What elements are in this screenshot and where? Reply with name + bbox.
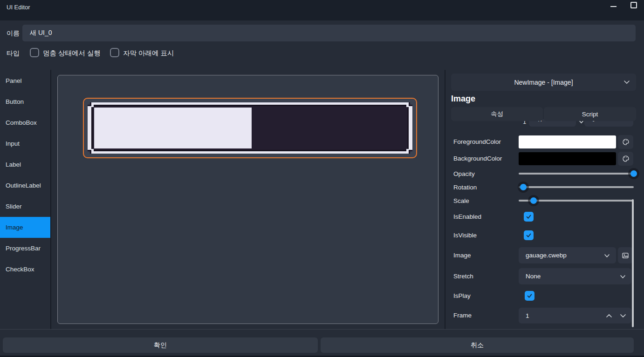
isvisible-checkbox[interactable] (524, 230, 534, 240)
opacity-label: Opacity (453, 170, 475, 177)
below-subtitle-label: 자막 아래에 표시 (123, 49, 174, 58)
cancel-button[interactable]: 취소 (321, 337, 634, 353)
chevron-down-icon (620, 275, 625, 278)
isenabled-label: IsEnabled (453, 213, 481, 220)
gauge-inner-corner-pixel (91, 149, 94, 151)
opacity-slider-thumb[interactable] (630, 170, 637, 177)
selected-image-element[interactable] (83, 98, 417, 158)
sidebar-item-slider[interactable]: Slider (0, 196, 50, 217)
spinner-down-icon[interactable] (620, 314, 626, 317)
foreground-color-label: ForegroundColor (453, 138, 501, 145)
isplay-label: IsPlay (453, 292, 471, 299)
check-icon (527, 293, 533, 299)
foreground-color-swatch[interactable] (519, 135, 616, 148)
foreground-color-picker-button[interactable] (618, 135, 633, 149)
isplay-checkbox[interactable] (525, 291, 534, 301)
frame-spinner[interactable]: 1 (519, 308, 631, 323)
background-color-swatch[interactable] (519, 152, 616, 165)
footer-divider (0, 329, 644, 330)
palette-icon (622, 155, 630, 162)
gauge-inner-corner-pixel (406, 105, 409, 107)
run-paused-label: 멈춤 상태에서 실행 (43, 49, 101, 58)
minimize-icon[interactable] (610, 6, 617, 7)
palette-icon (622, 138, 630, 146)
ok-button[interactable]: 확인 (3, 337, 318, 353)
sidebar-item-progressbar[interactable]: ProgressBar (0, 238, 50, 259)
background-color-label: BackgroundColor (453, 155, 502, 162)
run-paused-checkbox[interactable] (30, 48, 39, 57)
tab-properties[interactable]: 속성 (451, 107, 543, 121)
sidebar-item-checkbox[interactable]: CheckBox (0, 259, 50, 280)
image-dropdown-value: gauage.cwebp (526, 252, 567, 259)
sidebar-item-image[interactable]: Image (0, 217, 50, 238)
name-input[interactable] (22, 25, 636, 41)
sidebar-item-button[interactable]: Button (0, 91, 50, 112)
target-element-dropdown[interactable]: NewImage - [Image] (451, 74, 636, 91)
sidebar-divider (50, 70, 51, 329)
maximize-icon[interactable] (630, 2, 637, 8)
ui-editor-window: UI Editor 이름 타입 멈춤 상태에서 실행 자막 아래에 표시 Pan… (0, 0, 644, 357)
chevron-down-icon (604, 254, 610, 257)
titlebar: UI Editor (0, 0, 644, 20)
design-canvas[interactable] (57, 75, 438, 324)
spinner-up-icon[interactable] (606, 314, 612, 317)
gauge-inner-corner-pixel (91, 105, 94, 107)
target-element-value: NewImage - [Image] (514, 79, 573, 86)
tab-script[interactable]: Script (544, 107, 636, 121)
picture-icon (622, 252, 629, 259)
inspector-divider (445, 70, 445, 329)
gauge-inner-corner-pixel (406, 149, 409, 151)
chevron-down-icon (624, 81, 630, 84)
gauge-corner-pixel (88, 151, 90, 154)
sidebar-item-label[interactable]: Label (0, 154, 50, 175)
image-dropdown[interactable]: gauage.cwebp (519, 247, 616, 263)
isvisible-label: IsVisible (453, 232, 477, 239)
sidebar-item-input[interactable]: Input (0, 133, 50, 154)
type-label: 타입 (7, 49, 20, 58)
gauge-frame (88, 102, 412, 154)
inspector-scrollbar[interactable] (632, 199, 634, 327)
rotation-label: Rotation (453, 184, 477, 191)
stretch-label: Stretch (453, 273, 473, 280)
isenabled-checkbox[interactable] (524, 212, 534, 222)
frame-value: 1 (526, 312, 529, 319)
check-icon (526, 214, 532, 220)
gauge-corner-pixel (410, 151, 412, 154)
name-label: 이름 (7, 29, 20, 38)
sidebar-item-panel[interactable]: Panel (0, 70, 50, 91)
stretch-dropdown[interactable]: None (519, 268, 631, 284)
frame-label: Frame (453, 312, 472, 319)
background-color-picker-button[interactable] (618, 152, 633, 166)
stretch-dropdown-value: None (526, 273, 541, 280)
sidebar-item-outlinelabel[interactable]: OutlineLabel (0, 175, 50, 196)
sidebar-item-combobox[interactable]: ComboBox (0, 112, 50, 133)
window-title: UI Editor (7, 4, 30, 11)
gauge-corner-pixel (88, 102, 90, 105)
check-icon (526, 232, 532, 238)
gauge-background (91, 105, 409, 151)
opacity-slider[interactable] (519, 173, 634, 175)
scale-slider[interactable] (519, 200, 634, 202)
image-browse-button[interactable] (618, 247, 633, 263)
inspector-section-title: Image (451, 94, 475, 104)
image-label: Image (453, 252, 471, 259)
scale-slider-thumb[interactable] (530, 197, 537, 204)
gauge-corner-pixel (410, 102, 412, 105)
rotation-slider-thumb[interactable] (520, 184, 527, 190)
scale-label: Scale (453, 197, 469, 204)
below-subtitle-checkbox[interactable] (110, 48, 119, 57)
rotation-slider[interactable] (519, 186, 634, 188)
gauge-fill (94, 108, 252, 148)
